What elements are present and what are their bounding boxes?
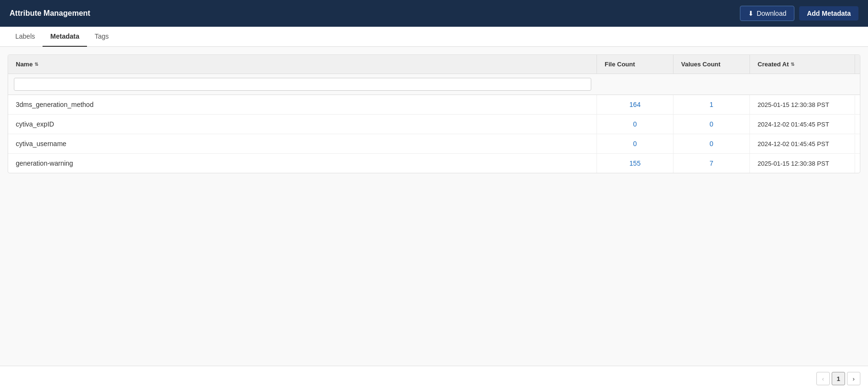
- table-row[interactable]: cytiva_username 0 0 2024-12-02 01:45:45 …: [8, 134, 860, 154]
- sort-icon-name: ⇅: [34, 62, 38, 67]
- sort-icon-created-at: ⇅: [791, 62, 794, 67]
- pagination-page-1[interactable]: 1: [832, 372, 845, 385]
- td-values-count[interactable]: 0: [673, 115, 750, 134]
- pagination-prev-button[interactable]: ‹: [816, 372, 830, 385]
- td-name: 3dms_generation_method: [8, 95, 597, 114]
- download-button[interactable]: ⬇ Download: [740, 6, 794, 21]
- td-spacer: [855, 138, 860, 149]
- td-spacer: [855, 118, 860, 130]
- chevron-left-icon: ‹: [822, 375, 824, 382]
- tab-tags[interactable]: Tags: [87, 27, 117, 47]
- table-row[interactable]: generation-warning 155 7 2025-01-15 12:3…: [8, 154, 860, 173]
- header-buttons: ⬇ Download Add Metadata: [740, 6, 858, 21]
- td-spacer: [855, 158, 860, 169]
- th-file-count: File Count: [597, 55, 673, 74]
- tab-metadata[interactable]: Metadata: [43, 27, 87, 47]
- td-name: cytiva_expID: [8, 115, 597, 134]
- th-values-count: Values Count: [673, 55, 750, 74]
- th-created-at: Created At ⇅: [750, 55, 855, 74]
- th-name: Name ⇅: [8, 55, 597, 74]
- filter-file-count-cell: [597, 78, 673, 91]
- header: Attribute Management ⬇ Download Add Meta…: [0, 0, 868, 27]
- filter-row: [8, 74, 860, 95]
- tab-labels[interactable]: Labels: [8, 27, 43, 47]
- table-container: Name ⇅ File Count Values Count Created A…: [8, 54, 860, 173]
- td-file-count[interactable]: 0: [597, 115, 673, 134]
- download-label: Download: [757, 10, 786, 17]
- page-wrapper: Attribute Management ⬇ Download Add Meta…: [0, 0, 868, 391]
- td-created-at: 2024-12-02 01:45:45 PST: [750, 135, 855, 153]
- td-file-count[interactable]: 164: [597, 95, 673, 114]
- td-values-count[interactable]: 0: [673, 134, 750, 153]
- filter-name-input[interactable]: [14, 78, 591, 91]
- filter-created-at-cell: [750, 78, 855, 91]
- table-header: Name ⇅ File Count Values Count Created A…: [8, 55, 860, 74]
- td-created-at: 2025-01-15 12:30:38 PST: [750, 154, 855, 173]
- td-created-at: 2025-01-15 12:30:38 PST: [750, 95, 855, 114]
- pagination-area: ‹ 1 ›: [0, 366, 868, 391]
- filter-name-cell: [8, 78, 597, 91]
- page-title: Attribute Management: [10, 9, 90, 18]
- td-file-count[interactable]: 0: [597, 134, 673, 153]
- td-spacer: [855, 99, 860, 110]
- chevron-right-icon: ›: [853, 375, 855, 382]
- filter-values-count-cell: [673, 78, 750, 91]
- td-name: generation-warning: [8, 154, 597, 173]
- td-created-at: 2024-12-02 01:45:45 PST: [750, 115, 855, 134]
- table-row[interactable]: 3dms_generation_method 164 1 2025-01-15 …: [8, 95, 860, 115]
- add-metadata-button[interactable]: Add Metadata: [799, 6, 858, 21]
- tabs-bar: Labels Metadata Tags: [0, 27, 868, 47]
- td-values-count[interactable]: 7: [673, 154, 750, 173]
- th-spacer: [855, 59, 860, 70]
- pagination-next-button[interactable]: ›: [847, 372, 860, 385]
- td-name: cytiva_username: [8, 134, 597, 153]
- td-values-count[interactable]: 1: [673, 95, 750, 114]
- table-row[interactable]: cytiva_expID 0 0 2024-12-02 01:45:45 PST: [8, 115, 860, 134]
- table-body: 3dms_generation_method 164 1 2025-01-15 …: [8, 95, 860, 173]
- td-file-count[interactable]: 155: [597, 154, 673, 173]
- filter-spacer-cell: [855, 78, 860, 91]
- content-area: Name ⇅ File Count Values Count Created A…: [0, 47, 868, 366]
- download-icon: ⬇: [748, 10, 754, 17]
